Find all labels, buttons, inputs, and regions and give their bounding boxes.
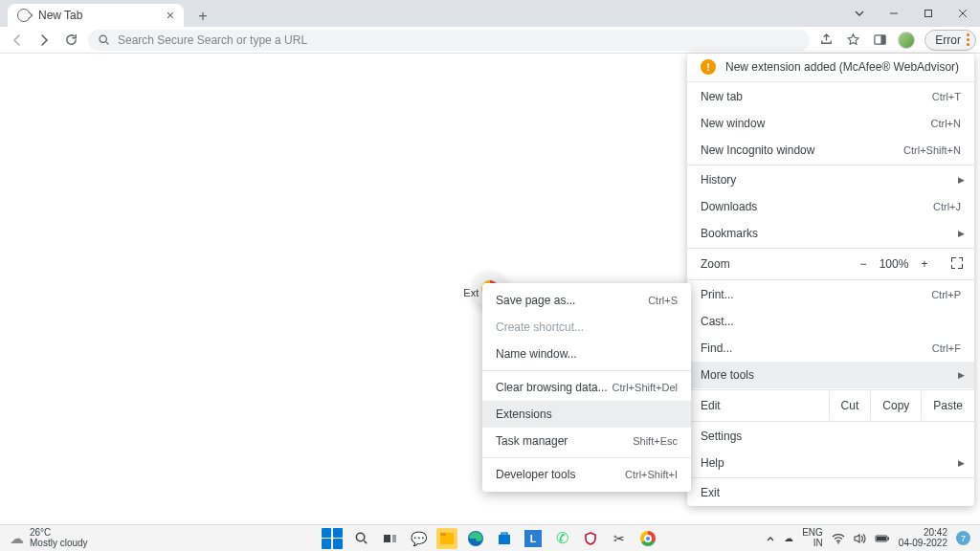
svg-rect-1: [925, 11, 932, 17]
svg-rect-18: [877, 537, 886, 540]
svg-point-2: [100, 35, 106, 42]
globe-icon: [17, 9, 31, 22]
notification-badge[interactable]: 7: [956, 531, 970, 545]
menu-find[interactable]: Find...Ctrl+F: [687, 335, 974, 362]
menu-cut[interactable]: Cut: [829, 391, 871, 420]
omnibox[interactable]: Search Secure Search or type a URL: [88, 30, 810, 51]
close-window-button[interactable]: [946, 0, 980, 27]
menu-exit[interactable]: Exit: [687, 479, 974, 506]
bookmark-star-icon[interactable]: [840, 27, 865, 54]
mcafee-icon[interactable]: [580, 528, 601, 549]
svg-rect-13: [499, 535, 510, 544]
forward-button[interactable]: [31, 27, 57, 54]
tab-search-icon[interactable]: [842, 0, 877, 27]
svg-line-7: [364, 540, 367, 543]
svg-rect-8: [384, 535, 390, 542]
menu-more-tools[interactable]: More tools▶: [687, 362, 974, 388]
taskbar: ☁ 26°C Mostly cloudy 💬 L ✆ ✂ ☁ ENGIN 20:…: [0, 524, 980, 551]
submenu-save-page[interactable]: Save page as...Ctrl+S: [482, 287, 691, 314]
submenu-clear-data[interactable]: Clear browsing data...Ctrl+Shift+Del: [482, 374, 691, 401]
menu-cast[interactable]: Cast...: [687, 308, 974, 335]
chrome-taskbar-icon[interactable]: [637, 528, 658, 549]
tray-chevron-icon[interactable]: [766, 534, 775, 543]
reload-button[interactable]: [57, 27, 84, 54]
zoom-out-button[interactable]: −: [848, 257, 879, 271]
chevron-right-icon: ▶: [958, 229, 965, 238]
new-tab-button[interactable]: +: [193, 8, 212, 25]
menu-settings[interactable]: Settings: [687, 423, 974, 450]
clock[interactable]: 20:4204-09-2022: [899, 528, 947, 548]
cloud-icon: ☁: [10, 530, 24, 547]
snip-icon[interactable]: ✂: [609, 528, 630, 549]
system-tray: ☁ ENGIN 20:4204-09-2022 7: [766, 528, 970, 548]
taskbar-weather[interactable]: ☁ 26°C Mostly cloudy: [10, 528, 88, 548]
menu-help[interactable]: Help▶: [687, 450, 974, 476]
start-button[interactable]: [322, 528, 343, 549]
more-icon: [967, 33, 969, 46]
chrome-menu: ! New extension added (McAfee® WebAdviso…: [687, 54, 974, 506]
submenu-name-window[interactable]: Name window...: [482, 341, 691, 367]
menu-alert[interactable]: ! New extension added (McAfee® WebAdviso…: [687, 54, 974, 80]
search-icon: [98, 33, 110, 46]
battery-icon[interactable]: [875, 534, 890, 543]
menu-new-window[interactable]: New windowCtrl+N: [687, 110, 974, 137]
chevron-right-icon: ▶: [958, 458, 965, 468]
svg-point-6: [356, 533, 364, 540]
language-indicator[interactable]: ENGIN: [802, 528, 823, 548]
store-icon[interactable]: [494, 528, 515, 549]
menu-history[interactable]: History▶: [687, 166, 974, 193]
taskbar-search[interactable]: [350, 528, 371, 549]
wifi-icon[interactable]: [832, 533, 845, 544]
ntp-shortcut-label: Ext: [463, 287, 479, 298]
edge-icon[interactable]: [465, 528, 486, 549]
menu-zoom: Zoom − 100% +: [687, 250, 974, 278]
zoom-value: 100%: [879, 257, 909, 271]
whatsapp-icon[interactable]: ✆: [551, 528, 572, 549]
share-icon[interactable]: [813, 27, 838, 54]
explorer-icon[interactable]: [436, 528, 457, 549]
zoom-in-button[interactable]: +: [909, 257, 940, 271]
toolbar: Search Secure Search or type a URL Error: [0, 27, 980, 54]
error-label: Error: [935, 33, 961, 47]
window-controls: [842, 0, 980, 27]
menu-print[interactable]: Print...Ctrl+P: [687, 281, 974, 308]
menu-paste[interactable]: Paste: [921, 391, 974, 420]
submenu-task-manager[interactable]: Task managerShift+Esc: [482, 428, 691, 454]
more-tools-submenu: Save page as...Ctrl+S Create shortcut...…: [482, 283, 691, 492]
menu-downloads[interactable]: DownloadsCtrl+J: [687, 193, 974, 220]
menu-copy[interactable]: Copy: [870, 391, 921, 420]
tab-title: New Tab: [38, 9, 167, 22]
chevron-right-icon: ▶: [958, 370, 965, 380]
svg-rect-17: [887, 537, 889, 540]
menu-edit-row: Edit Cut Copy Paste: [687, 391, 974, 420]
svg-rect-14: [501, 533, 507, 535]
onedrive-icon[interactable]: ☁: [784, 533, 793, 543]
teams-icon[interactable]: 💬: [408, 528, 429, 549]
svg-rect-11: [440, 533, 446, 536]
svg-point-15: [837, 541, 839, 543]
alert-icon: !: [701, 59, 716, 75]
task-view-icon[interactable]: [379, 528, 400, 549]
minimize-button[interactable]: [877, 0, 911, 27]
browser-tab[interactable]: New Tab ×: [8, 4, 184, 27]
svg-rect-9: [392, 535, 396, 542]
submenu-extensions[interactable]: Extensions: [482, 401, 691, 428]
side-panel-icon[interactable]: [867, 27, 892, 54]
svg-rect-5: [880, 35, 885, 44]
submenu-dev-tools[interactable]: Developer toolsCtrl+Shift+I: [482, 461, 691, 488]
chevron-right-icon: ▶: [958, 175, 965, 185]
error-pill[interactable]: Error: [924, 30, 976, 51]
profile-avatar[interactable]: [894, 27, 919, 54]
omnibox-placeholder: Search Secure Search or type a URL: [118, 33, 307, 47]
menu-incognito[interactable]: New Incognito windowCtrl+Shift+N: [687, 137, 974, 164]
menu-bookmarks[interactable]: Bookmarks▶: [687, 220, 974, 247]
svg-line-3: [106, 42, 108, 44]
fullscreen-button[interactable]: [940, 257, 974, 272]
submenu-create-shortcut: Create shortcut...: [482, 314, 691, 341]
back-button[interactable]: [4, 27, 31, 54]
app-l-icon[interactable]: L: [523, 528, 544, 549]
volume-icon[interactable]: [854, 533, 866, 544]
close-tab-icon[interactable]: ×: [167, 8, 174, 23]
maximize-button[interactable]: [911, 0, 946, 27]
menu-new-tab[interactable]: New tabCtrl+T: [687, 83, 974, 110]
